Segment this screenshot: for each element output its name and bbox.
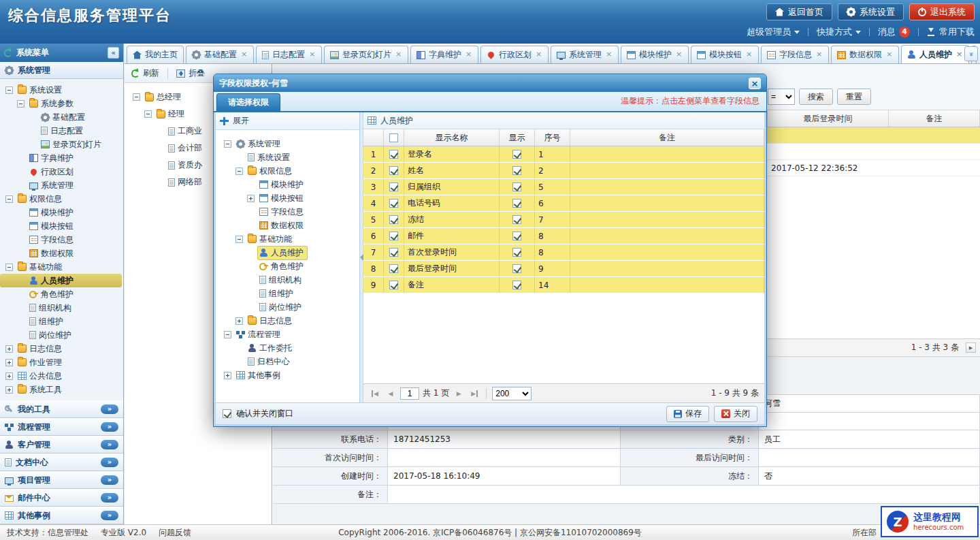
select-all-checkbox[interactable] [389,133,398,142]
sidebar-item-org-structure[interactable]: 组织机构 [0,301,122,315]
sidebar-item-dictionary[interactable]: 字典维护 [0,151,122,165]
accordion-toggle-icon[interactable] [101,422,118,432]
sidebar-item-system-params[interactable]: 系统参数 [0,97,122,110]
tree-expander-icon[interactable] [224,372,231,379]
close-button[interactable]: 关闭 [714,406,757,422]
accordion-customer-mgmt[interactable]: 客户管理 [0,436,123,454]
sidebar-item-login-slides[interactable]: 登录页幻灯片 [0,138,122,151]
row-checkbox[interactable] [389,215,398,224]
tree-expander-icon[interactable] [5,195,13,203]
row-checkbox[interactable] [389,264,398,273]
accordion-toggle-icon[interactable] [101,404,118,414]
next-page-icon[interactable] [453,387,465,400]
tree-expander-icon[interactable] [235,236,243,243]
close-icon[interactable] [815,51,823,59]
dlg-tree-module-button[interactable]: 模块按钮 [218,191,358,205]
dlg-tree-archive-center[interactable]: 归档中心 [218,355,358,368]
show-checkbox[interactable] [512,264,521,273]
dlg-tree-basic-functions[interactable]: 基础功能 [218,232,358,246]
tab-admin-region[interactable]: 行政区划 [480,46,549,63]
tab-personnel-maint[interactable]: 人员维护 [901,45,969,63]
dlg-tree-module-maint[interactable]: 模块维护 [218,178,358,191]
accordion-toggle-icon[interactable] [101,511,118,520]
tab-module-maint[interactable]: 模块维护 [621,46,689,63]
sidebar-item-post-maint[interactable]: 岗位维护 [0,328,122,342]
tree-expander-icon[interactable] [235,168,243,175]
save-button[interactable]: 保存 [666,406,709,422]
field-row[interactable]: 1 登录名 1 [363,146,764,163]
show-checkbox[interactable] [512,248,521,257]
close-icon[interactable] [956,51,963,59]
search-button[interactable]: 搜索 [799,89,833,105]
dlg-tree-data-permission[interactable]: 数据权限 [218,219,358,232]
tab-module-button[interactable]: 模块按钮 [691,46,759,63]
sidebar-item-admin-region[interactable]: 行政区划 [0,165,122,178]
refresh-button[interactable]: 刷新 [129,66,162,80]
field-row[interactable]: 7 首次登录时间 8 [363,244,764,261]
dlg-tree-process-mgmt[interactable]: 流程管理 [218,328,358,341]
dlg-tree-org-structure[interactable]: 组织机构 [218,273,358,287]
accordion-process-mgmt[interactable]: 流程管理 [0,418,123,436]
field-row[interactable]: 5 冻结 7 [363,212,764,228]
tab-data-permission[interactable]: 数据权限 [831,46,899,63]
sidebar-item-system-settings[interactable]: 系统设置 [0,83,122,97]
show-checkbox[interactable] [512,150,521,159]
close-icon[interactable] [240,51,248,59]
dlg-tree-field-info[interactable]: 字段信息 [218,205,358,219]
tree-expander-icon[interactable] [133,93,140,101]
tree-expander-icon[interactable] [5,372,13,380]
home-button[interactable]: 返回首页 [766,3,832,20]
scroll-right-icon[interactable] [966,343,976,353]
row-checkbox[interactable] [389,150,398,159]
sidebar-item-log-config[interactable]: 日志配置 [0,124,122,138]
dlg-tree-other-examples[interactable]: 其他事例 [218,368,358,382]
sidebar-item-system-tools[interactable]: 系统工具 [0,383,122,396]
close-icon[interactable] [308,51,316,59]
close-icon[interactable] [885,51,893,59]
sidebar-item-basic-config[interactable]: 基础配置 [0,110,122,124]
show-checkbox[interactable] [512,232,521,240]
page-number-input[interactable] [400,387,419,400]
row-checkbox[interactable] [389,166,398,175]
tree-expander-icon[interactable] [144,110,152,118]
tab-login-slides[interactable]: 登录页幻灯片 [324,46,408,63]
row-checkbox[interactable] [389,182,398,191]
show-checkbox[interactable] [512,215,521,224]
tab-system-mgmt[interactable]: 系统管理 [551,46,619,63]
prev-page-icon[interactable] [385,387,397,400]
accordion-toggle-icon[interactable] [101,440,118,449]
sidebar-item-field-info[interactable]: 字段信息 [0,233,122,247]
accordion-system-management[interactable]: 系统管理 [0,62,123,79]
close-icon[interactable] [395,51,402,59]
tab-dictionary[interactable]: 字典维护 [410,46,478,63]
collapse-button[interactable]: 折叠 [174,66,208,80]
sidebar-item-personnel-maint[interactable]: 人员维护 [0,274,122,287]
column-header-remark[interactable]: 备注 [889,110,980,127]
tree-expander-icon[interactable] [247,195,255,202]
field-row[interactable]: 3 归属组织 5 [363,179,764,195]
tree-expander-icon[interactable] [17,100,24,108]
sidebar-item-module-maint[interactable]: 模块维护 [0,206,122,219]
dlg-tree-work-delegation[interactable]: 工作委托 [218,341,358,355]
row-checkbox[interactable] [389,199,398,208]
field-row[interactable]: 9 备注 14 [363,277,764,293]
tab-home[interactable]: 我的主页 [127,46,184,63]
dlg-tree-group-maint[interactable]: 组维护 [218,287,358,300]
show-checkbox[interactable] [512,166,521,175]
close-icon[interactable] [745,51,753,59]
dialog-close-icon[interactable] [749,78,761,89]
row-checkbox[interactable] [389,281,398,289]
close-icon[interactable] [535,51,542,59]
messages-link[interactable]: 消息 4 [878,26,910,38]
column-header-select-all[interactable] [384,129,404,146]
sidebar-item-data-permission[interactable]: 数据权限 [0,247,122,260]
close-icon[interactable] [675,51,683,59]
dlg-tree-role-maint[interactable]: 角色维护 [218,259,358,273]
exit-button[interactable]: 退出系统 [909,3,975,20]
system-settings-button[interactable]: 系统设置 [838,3,904,20]
accordion-project-mgmt[interactable]: 项目管理 [0,471,123,489]
sidebar-item-job-mgmt[interactable]: 作业管理 [0,355,122,369]
column-header-show[interactable]: 显示 [500,129,535,146]
confirm-close-checkbox[interactable] [223,409,231,418]
page-size-select[interactable]: 200 [492,387,532,400]
